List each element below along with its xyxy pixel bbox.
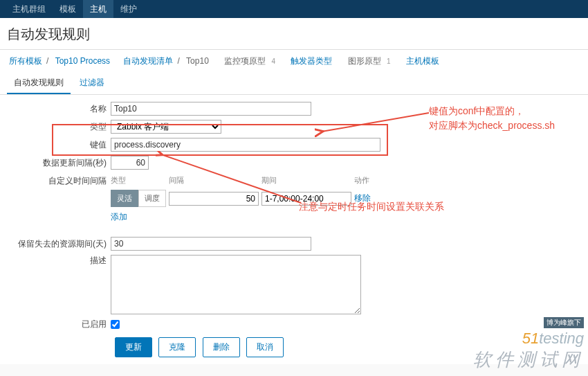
seg-flexible[interactable]: 灵活	[111, 190, 138, 207]
delete-button[interactable]: 删除	[203, 337, 240, 357]
period-field[interactable]	[261, 192, 351, 206]
th-type: 类型	[111, 174, 169, 188]
seg-scheduling[interactable]: 调度	[138, 190, 166, 207]
bc-all-templates[interactable]: 所有模板	[9, 56, 42, 66]
tab-filters[interactable]: 过滤器	[73, 73, 111, 93]
interval-field[interactable]	[111, 156, 149, 170]
gap-field[interactable]	[169, 192, 259, 206]
add-link[interactable]: 添加	[111, 211, 127, 223]
label-custom-interval: 自定义时间间隔	[0, 174, 111, 187]
label-key: 键值	[0, 139, 111, 151]
th-action: 动作	[354, 174, 374, 188]
bc-current: Top10	[186, 56, 209, 66]
bc-template[interactable]: Top10 Process	[55, 56, 110, 66]
form: 名称 类型 Zabbix 客户端 键值 数据更新间隔(秒) 自定义时间间隔 类型…	[0, 95, 588, 364]
bc-item-proto[interactable]: 监控项原型 4	[222, 56, 277, 66]
nav-maintenance[interactable]: 维护	[113, 0, 144, 18]
bc-graph-proto[interactable]: 图形原型 1	[346, 56, 393, 66]
type-select[interactable]: Zabbix 客户端	[111, 120, 221, 134]
label-interval: 数据更新间隔(秒)	[0, 157, 111, 169]
label-name: 名称	[0, 103, 111, 115]
cancel-button[interactable]: 取消	[246, 337, 284, 357]
label-description: 描述	[0, 255, 111, 267]
clone-button[interactable]: 克隆	[158, 337, 196, 357]
label-keep-lost: 保留失去的资源期间(天)	[0, 238, 111, 250]
nav-hostgroups[interactable]: 主机群组	[6, 0, 53, 18]
enabled-checkbox[interactable]	[111, 320, 120, 329]
nav-hosts[interactable]: 主机	[83, 0, 113, 18]
update-button[interactable]: 更新	[115, 337, 152, 357]
nav-templates[interactable]: 模板	[53, 0, 83, 18]
name-field[interactable]	[111, 102, 311, 116]
breadcrumb: 所有模板/ Top10 Process 自动发现清单/ Top10 监控项原型 …	[0, 50, 588, 73]
label-enabled: 已启用	[0, 319, 111, 330]
bc-discovery-list[interactable]: 自动发现清单	[123, 56, 173, 66]
page-title: 自动发现规则	[0, 18, 588, 50]
key-field[interactable]	[111, 138, 380, 152]
remove-link[interactable]: 移除	[354, 193, 371, 203]
button-row: 更新 克隆 删除 取消	[0, 337, 581, 357]
interval-table: 类型 间隔 期间 动作 灵活调度 移除	[111, 174, 374, 208]
tab-discovery-rule[interactable]: 自动发现规则	[7, 73, 71, 94]
bc-host-templates[interactable]: 主机模板	[406, 56, 439, 66]
keep-lost-field[interactable]	[111, 237, 311, 251]
bc-trigger-proto[interactable]: 触发器类型	[291, 56, 332, 66]
tabs: 自动发现规则 过滤器	[0, 73, 588, 95]
th-gap: 间隔	[169, 174, 261, 188]
th-period: 期间	[261, 174, 354, 188]
label-type: 类型	[0, 121, 111, 133]
top-nav: 主机群组 模板 主机 维护	[0, 0, 588, 18]
description-field[interactable]	[111, 255, 361, 314]
